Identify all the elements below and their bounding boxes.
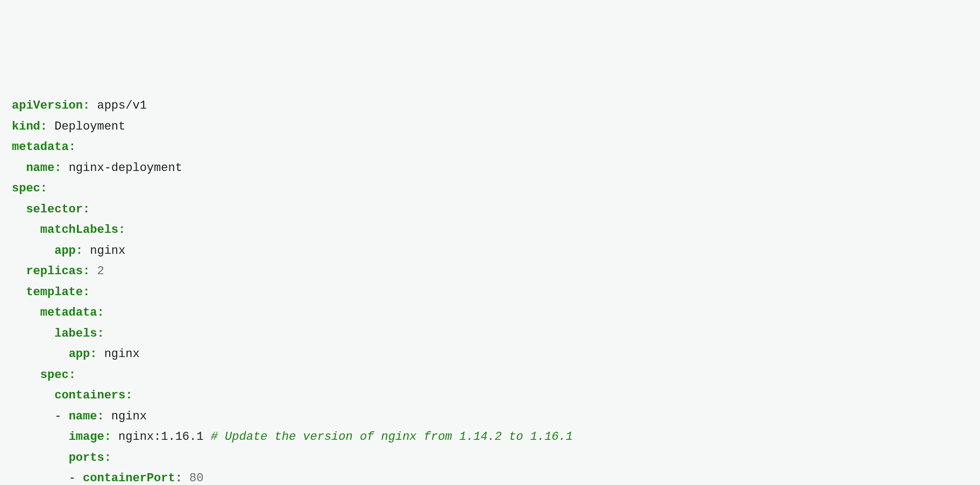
code-line: matchLabels: <box>12 220 968 241</box>
yaml-key: matchLabels <box>40 223 118 237</box>
yaml-value: nginx <box>90 244 125 258</box>
yaml-value: Deployment <box>54 120 125 133</box>
yaml-colon: : <box>40 182 47 195</box>
yaml-colon: : <box>69 368 76 382</box>
yaml-colon: : <box>40 120 47 133</box>
yaml-key: replicas <box>26 265 83 278</box>
code-line: labels: <box>12 324 968 345</box>
yaml-dash: - <box>54 410 61 423</box>
code-line: metadata: <box>12 303 968 324</box>
yaml-colon: : <box>90 347 97 361</box>
code-line: containers: <box>12 386 968 406</box>
yaml-key: metadata <box>40 306 97 319</box>
yaml-colon: : <box>104 430 111 444</box>
code-line: template: <box>12 282 968 303</box>
yaml-key: spec <box>40 368 69 382</box>
yaml-key: app <box>69 347 90 361</box>
yaml-value: nginx <box>104 347 140 361</box>
code-line: name: nginx-deployment <box>12 158 968 179</box>
yaml-key: image <box>69 430 104 444</box>
code-line: apiVersion: apps/v1 <box>12 96 968 117</box>
yaml-key: kind <box>12 120 40 133</box>
code-line: selector: <box>12 199 968 220</box>
yaml-key: metadata <box>12 140 69 154</box>
yaml-value: nginx <box>111 410 147 423</box>
yaml-key: labels <box>54 327 97 340</box>
yaml-key: containerPort <box>83 472 175 485</box>
yaml-colon: : <box>83 203 90 216</box>
yaml-key: apiVersion <box>12 99 83 112</box>
yaml-key: name <box>26 161 54 175</box>
yaml-value: 2 <box>97 265 104 278</box>
yaml-key: template <box>26 286 83 299</box>
yaml-colon: : <box>83 99 90 112</box>
yaml-dash: - <box>69 472 76 485</box>
code-line: - containerPort: 80 <box>12 468 968 485</box>
yaml-colon: : <box>83 265 90 278</box>
code-line: - name: nginx <box>12 406 968 427</box>
yaml-colon: : <box>83 286 90 299</box>
yaml-comment: # Update the version of nginx from 1.14.… <box>211 430 573 444</box>
yaml-value: nginx-deployment <box>69 161 182 175</box>
code-line: spec: <box>12 179 968 199</box>
code-line: replicas: 2 <box>12 261 968 282</box>
code-line: metadata: <box>12 137 968 158</box>
code-line: spec: <box>12 365 968 386</box>
yaml-key: app <box>54 244 76 258</box>
yaml-code-block: apiVersion: apps/v1kind: Deploymentmetad… <box>12 96 968 485</box>
yaml-key: containers <box>54 389 125 402</box>
yaml-key: selector <box>26 203 83 216</box>
code-line: kind: Deployment <box>12 117 968 138</box>
yaml-colon: : <box>69 140 76 154</box>
code-line: ports: <box>12 448 968 469</box>
yaml-value: 80 <box>189 472 203 485</box>
yaml-colon: : <box>97 306 104 319</box>
yaml-colon: : <box>125 389 132 402</box>
yaml-colon: : <box>76 244 83 258</box>
yaml-key: spec <box>12 182 40 195</box>
yaml-key: ports <box>69 451 104 465</box>
yaml-colon: : <box>54 161 61 175</box>
code-line: app: nginx <box>12 241 968 262</box>
code-line: app: nginx <box>12 344 968 365</box>
yaml-colon: : <box>118 223 125 237</box>
yaml-colon: : <box>175 472 182 485</box>
yaml-colon: : <box>97 327 104 340</box>
yaml-value: apps/v1 <box>97 99 146 112</box>
yaml-key: name <box>69 410 97 423</box>
code-line: image: nginx:1.16.1 # Update the version… <box>12 427 968 448</box>
yaml-value: nginx:1.16.1 <box>118 430 203 444</box>
yaml-colon: : <box>97 410 104 423</box>
yaml-colon: : <box>104 451 111 465</box>
